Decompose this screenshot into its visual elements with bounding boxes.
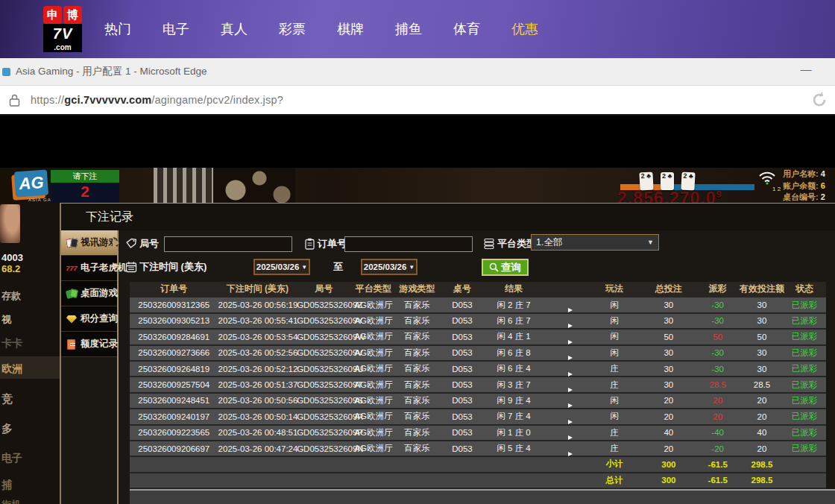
avatar <box>0 204 20 243</box>
chevron-down-icon: ▼ <box>409 264 415 271</box>
url-text[interactable]: https://gci.7vvvvvv.com/agingame/pcv2/in… <box>31 94 283 106</box>
summary-cell: 300 <box>641 476 696 485</box>
column-header: 状态 <box>784 283 825 295</box>
cell-total: 30 <box>641 316 696 325</box>
cell-time: 2025-03-26 00:52:12 <box>218 365 297 374</box>
table-games-icon <box>66 288 78 300</box>
cell-status: 已派彩 <box>784 411 825 422</box>
cell-bet: 闲 <box>587 411 642 422</box>
sidebar-item-2[interactable]: 777电子老虎机 <box>61 256 117 281</box>
round-label: 局号 <box>139 237 159 251</box>
search-button-label: 查询 <box>501 261 521 274</box>
order-input[interactable] <box>344 236 473 252</box>
cell-status: 已派彩 <box>784 363 825 374</box>
cell-order: 250326009305213 <box>130 316 218 325</box>
column-header: 结果 <box>486 283 541 295</box>
nav-item-6[interactable]: 捕鱼 <box>395 20 422 38</box>
summary-label: 总计 <box>587 475 642 486</box>
browser-urlbar[interactable]: https://gci.7vvvvvv.com/agingame/pcv2/in… <box>0 86 835 116</box>
column-header: 派彩 <box>696 283 740 295</box>
sidebar-item-3[interactable]: 桌面游戏 <box>61 281 117 306</box>
modal-title: 下注记录 <box>61 204 835 230</box>
site-nav: 申 博 7V .com 热门电子真人彩票棋牌捕鱼体育优惠 <box>0 0 835 58</box>
sidebar-item-1[interactable]: 视讯游戏 <box>61 230 117 256</box>
cell-platform: AG欧洲厅 <box>351 395 396 406</box>
nav-item-7[interactable]: 体育 <box>453 20 480 38</box>
nav-item-3[interactable]: 真人 <box>221 20 248 38</box>
minimize-button[interactable]: — <box>795 63 817 75</box>
cell-table: D053 <box>438 444 486 453</box>
nav-item-2[interactable]: 电子 <box>163 20 189 38</box>
cell-total: 50 <box>641 333 696 341</box>
cell-result: 闲 1 庄 0 <box>486 427 541 438</box>
column-header: 玩法 <box>587 283 642 295</box>
countdown-timer: 2 <box>51 183 119 203</box>
round-input[interactable] <box>164 236 292 252</box>
summary-label: 小计 <box>587 459 642 470</box>
cell-order: 250326009273666 <box>130 348 218 357</box>
cell-table: D053 <box>438 300 486 309</box>
sidebar-item-label: 桌面游戏 <box>81 287 118 300</box>
refresh-icon[interactable] <box>810 90 829 110</box>
date-from-picker[interactable]: 2025/03/26 ▼ <box>253 259 310 275</box>
browser-titlebar: Asia Gaming - 用户配置 1 - Microsoft Edge — <box>0 58 835 86</box>
cell-payout: -40 <box>696 428 740 437</box>
user-info-line: 账户余额: 6 <box>783 180 835 192</box>
nav-item-5[interactable]: 棋牌 <box>337 20 364 38</box>
cell-status: 已派彩 <box>784 347 825 359</box>
cell-valid: 20 <box>740 444 784 453</box>
cell-table: D053 <box>438 348 486 357</box>
cell-valid: 40 <box>740 428 784 437</box>
site-logo[interactable]: 申 博 7V .com <box>43 6 84 52</box>
cell-order: 250326009312365 <box>130 300 218 309</box>
cell-round: GD0532532609N <box>297 444 351 453</box>
cell-payout: 28.5 <box>696 380 740 389</box>
asia-gaming-logo: AG <box>14 170 48 198</box>
cell-bet: 闲 <box>587 315 642 327</box>
platform-select[interactable]: 1.全部 ▼ <box>531 234 659 251</box>
background-text-fragment: 多 <box>1 422 13 436</box>
date-to-picker[interactable]: 2025/03/26 ▼ <box>361 259 418 275</box>
jackpot-counter: 2,856,270.09 <box>617 189 722 203</box>
cell-game: 百家乐 <box>396 331 438 342</box>
cell-bet: 庄 <box>587 379 642 391</box>
clipboard-icon <box>304 238 315 250</box>
subtotal-row: 小计300-61.5298.5 <box>130 457 826 473</box>
cell-total: 20 <box>641 396 696 405</box>
table-row: 2503260092066972025-03-26 00:47:24GD0532… <box>130 441 826 457</box>
date-from-value: 2025/03/26 <box>256 262 300 271</box>
cell-payout: -30 <box>696 300 740 309</box>
background-text-fragment: 捕 <box>1 479 12 492</box>
chevron-down-icon: ▼ <box>647 239 654 246</box>
nav-item-8[interactable]: 优惠 <box>511 20 538 38</box>
sidebar-item-label: 视讯游戏 <box>81 236 118 249</box>
cell-payout: 20 <box>696 412 740 421</box>
sidebar-item-5[interactable]: 额度记录 <box>61 332 117 357</box>
cell-status: 已派彩 <box>784 315 825 327</box>
window-title: Asia Gaming - 用户配置 1 - Microsoft Edge <box>16 65 207 78</box>
cell-table: D053 <box>438 333 486 341</box>
column-header: 平台类型 <box>351 283 396 295</box>
table-row: 2503260092846912025-03-26 00:53:54GD0532… <box>130 330 826 345</box>
cell-result: 闲 9 庄 4 <box>486 395 541 406</box>
cell-status: 已派彩 <box>784 331 825 342</box>
cell-order: 250326009206697 <box>130 444 218 453</box>
table-header-row: 订单号下注时间 (美东)局号平台类型游戏类型桌号结果玩法总投注派彩有效投注额状态 <box>130 282 826 297</box>
cell-status: 已派彩 <box>784 395 825 406</box>
cell-round: GD0532532609Y <box>297 316 351 325</box>
cell-game: 百家乐 <box>396 363 438 374</box>
cards-icon <box>66 237 78 249</box>
cell-valid: 30 <box>740 316 784 325</box>
column-header: 有效投注额 <box>740 283 784 295</box>
cell-result: 闲 5 庄 4 <box>486 443 541 454</box>
cell-valid: 50 <box>740 333 784 341</box>
nav-item-1[interactable]: 热门 <box>104 20 131 38</box>
search-button[interactable]: 查询 <box>482 259 529 276</box>
cell-status: 已派彩 <box>784 443 825 454</box>
cell-table: D053 <box>438 412 486 421</box>
nav-item-4[interactable]: 彩票 <box>279 20 306 38</box>
column-header: 下注时间 (美东) <box>218 283 297 295</box>
cell-status: 已派彩 <box>784 379 825 391</box>
sidebar-item-4[interactable]: 积分查询 <box>61 306 117 332</box>
logo-com: .com <box>43 43 82 52</box>
